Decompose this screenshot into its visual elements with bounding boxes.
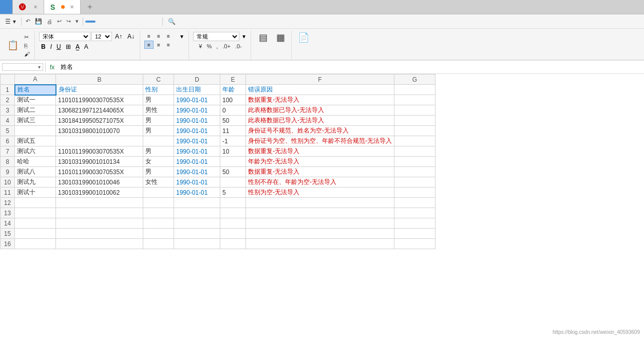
undo2-button[interactable]: ↩	[55, 17, 64, 26]
table-cell[interactable]: 数据重复-无法导入	[246, 167, 394, 177]
auto-wrap-button[interactable]	[178, 43, 181, 44]
table-cell[interactable]: 数据重复-无法导入	[246, 146, 394, 157]
table-cell[interactable]	[246, 239, 394, 249]
table-cell-g[interactable]	[394, 218, 435, 229]
tab-add-button[interactable]: ＋	[81, 0, 99, 14]
table-cell[interactable]: 此表格数据已导入-无法导入	[246, 116, 394, 126]
doc-helper-button[interactable]: 📄	[296, 32, 311, 44]
table-cell[interactable]: 1990-01-01	[174, 167, 220, 177]
table-cell[interactable]	[220, 229, 246, 239]
table-cell[interactable]: 性别不存在、年龄为空-无法导入	[246, 177, 394, 188]
copy-button[interactable]: ⎘	[23, 42, 31, 49]
table-cell[interactable]: 测试八	[15, 167, 56, 177]
table-cell[interactable]: 身份证号为空、性别为空、年龄不符合规范-无法导入	[246, 136, 394, 146]
table-cell-g[interactable]	[394, 239, 435, 249]
table-cell[interactable]: 女性	[143, 177, 174, 188]
tab-sheet[interactable]: S ✕	[44, 0, 81, 14]
table-cell-g[interactable]	[394, 95, 435, 105]
table-cell[interactable]: 130103199001010134	[56, 157, 143, 167]
table-cell[interactable]	[143, 208, 174, 218]
table-style-button[interactable]: ▦	[273, 32, 288, 44]
number-format-select[interactable]: 常规	[193, 32, 239, 41]
tab-template-close[interactable]: ✕	[33, 4, 37, 10]
table-cell[interactable]	[143, 198, 174, 208]
menu-review[interactable]	[125, 21, 131, 23]
table-cell-g[interactable]	[394, 177, 435, 188]
table-cell[interactable]: 1990-01-01	[174, 136, 220, 146]
table-cell[interactable]: 测试二	[15, 105, 56, 116]
name-box-dropdown[interactable]: ▾	[38, 64, 41, 70]
table-cell[interactable]: 年龄	[220, 85, 246, 95]
percent-button[interactable]: %	[205, 43, 213, 50]
table-cell[interactable]	[143, 188, 174, 198]
table-cell[interactable]	[15, 218, 56, 229]
table-cell[interactable]	[15, 198, 56, 208]
col-header-b[interactable]: B	[56, 74, 143, 85]
menu-search[interactable]: 🔍	[165, 17, 180, 26]
table-cell[interactable]	[220, 208, 246, 218]
table-cell[interactable]: 50	[220, 116, 246, 126]
table-cell[interactable]: 测试三	[15, 116, 56, 126]
col-header-d[interactable]: D	[174, 74, 220, 85]
table-cell[interactable]	[220, 177, 246, 188]
table-cell-g[interactable]	[394, 105, 435, 116]
table-cell-g[interactable]	[394, 146, 435, 157]
table-cell-g[interactable]	[394, 126, 435, 136]
table-cell[interactable]: 1990-01-01	[174, 105, 220, 116]
col-header-g[interactable]: G	[394, 74, 435, 85]
table-cell[interactable]	[143, 239, 174, 249]
more-button[interactable]: ▾	[73, 17, 81, 26]
font-size-decrease[interactable]: A↓	[125, 32, 137, 41]
table-cell[interactable]	[220, 198, 246, 208]
col-header-c[interactable]: C	[143, 74, 174, 85]
table-cell-g[interactable]	[394, 136, 435, 146]
menu-special[interactable]	[154, 21, 160, 23]
align-top-right[interactable]: ≡	[164, 32, 173, 40]
table-cell[interactable]: 1990-01-01	[174, 116, 220, 126]
border-button[interactable]: ⊞	[64, 42, 73, 51]
table-cell[interactable]: 男	[143, 95, 174, 105]
table-cell[interactable]: 男	[143, 167, 174, 177]
table-cell[interactable]: 姓名	[15, 85, 56, 95]
table-cell-g[interactable]	[394, 167, 435, 177]
tab-home[interactable]	[0, 0, 13, 14]
conditional-format-button[interactable]: ▤	[255, 32, 271, 44]
align-top-center[interactable]: ≡	[154, 32, 163, 40]
table-cell[interactable]	[246, 198, 394, 208]
redo-button[interactable]: ↪	[64, 17, 73, 26]
table-cell[interactable]	[143, 229, 174, 239]
cut-button[interactable]: ✂	[23, 33, 31, 41]
table-cell[interactable]: -1	[220, 136, 246, 146]
table-cell[interactable]	[174, 218, 220, 229]
table-cell[interactable]: 10	[220, 146, 246, 157]
increase-decimal[interactable]: .0+	[221, 43, 232, 50]
menu-hamburger[interactable]: ☰ ▾	[2, 17, 19, 26]
merge-dropdown[interactable]: ▾	[178, 32, 185, 41]
table-cell-g[interactable]	[394, 85, 435, 95]
formula-fx-icon[interactable]: fx	[48, 64, 56, 71]
table-cell[interactable]: 男	[143, 116, 174, 126]
table-cell[interactable]: 哈哈	[15, 157, 56, 167]
table-cell[interactable]: 130103199001010062	[56, 188, 143, 198]
menu-insert[interactable]	[97, 21, 103, 23]
table-cell[interactable]	[15, 239, 56, 249]
table-cell[interactable]	[56, 208, 143, 218]
align-center[interactable]: ≡	[154, 41, 163, 49]
table-cell[interactable]: 100	[220, 95, 246, 105]
currency-button[interactable]: ¥	[197, 43, 203, 50]
table-cell[interactable]: 1990-01-01	[174, 188, 220, 198]
table-cell[interactable]	[246, 218, 394, 229]
menu-view[interactable]	[132, 21, 139, 23]
table-cell[interactable]	[56, 229, 143, 239]
table-cell[interactable]: 性别为空-无法导入	[246, 188, 394, 198]
table-cell[interactable]: 110101199003070535X	[56, 95, 143, 105]
format-painter-button[interactable]: 🖌	[23, 50, 31, 58]
menu-start[interactable]	[85, 21, 96, 23]
table-cell[interactable]: 130103199001010046	[56, 177, 143, 188]
table-cell[interactable]	[15, 208, 56, 218]
table-cell[interactable]: 男	[143, 126, 174, 136]
table-cell[interactable]: 测试十	[15, 188, 56, 198]
font-size-increase[interactable]: A↑	[113, 32, 124, 41]
fill-color-button[interactable]: A̲	[73, 42, 82, 51]
tab-template[interactable]: 🅥 ✕	[13, 0, 44, 14]
